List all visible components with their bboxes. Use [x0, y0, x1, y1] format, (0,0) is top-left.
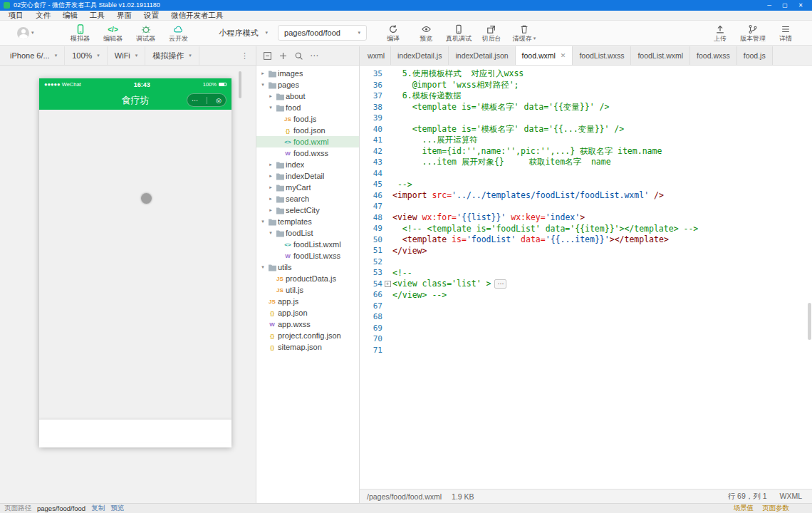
tree-item-index[interactable]: ▸index — [256, 159, 359, 170]
tab-foodList.wxml[interactable]: foodList.wxml — [631, 46, 690, 65]
minimize-button[interactable]: ─ — [761, 0, 777, 11]
clear-cache-button[interactable]: 清缓存▾ — [508, 21, 541, 45]
cloud-dev-button[interactable]: 云开发 — [162, 21, 195, 45]
account-button[interactable]: ▾ — [17, 27, 34, 39]
cloud-dev-icon — [173, 24, 184, 35]
collapse-all-button[interactable] — [263, 51, 272, 61]
search-button[interactable] — [294, 51, 303, 61]
fold-marker-icon[interactable]: + — [385, 281, 391, 287]
mode-select[interactable]: 小程序模式 ▾ — [214, 26, 274, 41]
file-name: app.js — [278, 297, 298, 306]
exit-icon[interactable]: ◎ — [216, 97, 222, 104]
more-button[interactable]: ⋯ — [310, 51, 319, 61]
tree-item-foodList.wxss[interactable]: WfoodList.wxss — [256, 250, 359, 261]
tree-item-app.js[interactable]: JSapp.js — [256, 296, 359, 307]
code-line: 50 <template is='foodList' data='{{...it… — [360, 234, 812, 246]
zoom-select[interactable]: 100%▾ — [65, 46, 108, 65]
titlebar: 02安心食疗 - 微信开发者工具 Stable v1.02.1911180 ─ … — [0, 0, 812, 11]
tree-item-food[interactable]: ▾food — [256, 102, 359, 113]
tree-item-templates[interactable]: ▾templates — [256, 216, 359, 227]
tree-item-sitemap.json[interactable]: {}sitemap.json — [256, 341, 359, 353]
debugger-button[interactable]: 调试器 — [130, 21, 162, 45]
close-button[interactable]: ✕ — [793, 0, 808, 11]
chevron-down-icon: ▾ — [267, 230, 274, 236]
upload-button[interactable]: 上传 — [704, 21, 736, 45]
tree-item-images[interactable]: ▸images — [256, 68, 359, 79]
menu-item-0[interactable]: 项目 — [9, 11, 24, 21]
tree-item-food.json[interactable]: {}food.json — [256, 125, 359, 136]
maximize-button[interactable]: ▢ — [777, 0, 793, 11]
tree-item-indexDetail[interactable]: ▸indexDetail — [256, 170, 359, 182]
device-select[interactable]: iPhone 6/...▾ — [3, 46, 65, 65]
operation-select[interactable]: 模拟操作▾ — [145, 46, 199, 65]
tree-item-foodList[interactable]: ▾foodList — [256, 227, 359, 239]
tab-foodList.wxss[interactable]: foodList.wxss — [573, 46, 631, 65]
app-scroll-area[interactable] — [39, 110, 231, 419]
editor-scrollbar[interactable] — [808, 303, 811, 340]
menu-item-3[interactable]: 工具 — [90, 11, 105, 21]
tree-item-util.js[interactable]: JSutil.js — [256, 284, 359, 296]
more-icon[interactable]: ⋯ — [192, 97, 198, 104]
tab-food.wxss[interactable]: food.wxss — [690, 46, 737, 65]
preview-button[interactable]: 预览 — [410, 21, 442, 45]
page-select[interactable]: pages/food/food ▾ — [278, 25, 367, 41]
chevron-down-icon: ▾ — [259, 264, 266, 270]
line-number: 40 — [360, 125, 382, 134]
tree-item-myCart[interactable]: ▸myCart — [256, 182, 359, 193]
tree-item-app.json[interactable]: {}app.json — [256, 307, 359, 318]
editor-button[interactable]: </>编辑器 — [97, 21, 130, 45]
menu-item-6[interactable]: 微信开发者工具 — [171, 11, 224, 21]
chevron-right-icon: ▸ — [267, 93, 274, 99]
tree-item-app.wxss[interactable]: Wapp.wxss — [256, 318, 359, 330]
code-line: 67 — [360, 301, 812, 312]
tree-item-food.js[interactable]: JSfood.js — [256, 113, 359, 125]
network-select[interactable]: WiFi▾ — [108, 46, 146, 65]
menu-item-1[interactable]: 文件 — [36, 11, 51, 21]
scene-value-button[interactable]: 场景值 — [734, 504, 754, 513]
close-tab-icon[interactable]: ✕ — [561, 52, 566, 59]
tree-item-pages[interactable]: ▾pages — [256, 79, 359, 90]
tree-item-utils[interactable]: ▾utils — [256, 261, 359, 273]
tab-indexDetail.js[interactable]: indexDetail.js — [391, 46, 449, 65]
chevron-down-icon: ▾ — [189, 53, 192, 58]
folded-region-badge[interactable]: ⋯ — [494, 279, 506, 289]
chevron-down-icon: ▾ — [259, 82, 266, 88]
simulator-menu-icon[interactable]: ⋮ — [236, 51, 253, 61]
tab-food.js[interactable]: food.js — [737, 46, 773, 65]
page-params-button[interactable]: 页面参数 — [762, 504, 789, 513]
simulator-scrollbar[interactable] — [239, 71, 241, 98]
compile-button[interactable]: 编译 — [377, 21, 410, 45]
tree-item-about[interactable]: ▸about — [256, 90, 359, 102]
file-name: foodList — [286, 229, 313, 237]
menu-item-2[interactable]: 编辑 — [63, 11, 78, 21]
details-button[interactable]: 详情 — [769, 21, 802, 45]
version-control-button[interactable]: 版本管理 — [736, 21, 769, 45]
js-file-icon: JS — [274, 287, 286, 294]
remote-debug-button[interactable]: 真机调试 — [442, 21, 475, 45]
tree-item-food.wxss[interactable]: Wfood.wxss — [256, 147, 359, 159]
tree-item-productData.js[interactable]: JSproductData.js — [256, 273, 359, 284]
copy-path-button[interactable]: 复制 — [91, 504, 105, 513]
new-file-button[interactable] — [279, 51, 288, 61]
line-number: 42 — [360, 147, 382, 156]
clock-label: 16:43 — [134, 81, 150, 88]
tab-wxml[interactable]: wxml — [360, 46, 391, 65]
switch-background-button[interactable]: 切后台 — [475, 21, 508, 45]
tree-item-search[interactable]: ▸search — [256, 193, 359, 204]
tab-food.wxml[interactable]: food.wxml✕ — [516, 46, 573, 65]
chevron-right-icon: ▸ — [267, 162, 274, 167]
tab-indexDetail.json[interactable]: indexDetail.json — [449, 46, 515, 65]
code-line: 46<import src='../../templates/foodList/… — [360, 190, 812, 202]
code-editor[interactable]: 35 5.使用模板样式 对应引入wxss36 @import 'wxss相对路径… — [360, 66, 812, 489]
tree-item-selectCity[interactable]: ▸selectCity — [256, 204, 359, 216]
menu-item-4[interactable]: 界面 — [117, 11, 132, 21]
code-text: <template is='模板名字' data='{{...变量}}' /> — [392, 124, 624, 135]
tree-item-foodList.wxml[interactable]: <>foodList.wxml — [256, 239, 359, 250]
menu-item-5[interactable]: 设置 — [144, 11, 159, 21]
preview-path-button[interactable]: 预览 — [110, 504, 124, 513]
tree-item-project.config.json[interactable]: {}project.config.json — [256, 330, 359, 341]
tree-item-food.wxml[interactable]: <>food.wxml — [256, 136, 359, 147]
editor-pane: 35 5.使用模板样式 对应引入wxss36 @import 'wxss相对路径… — [360, 66, 812, 503]
simulator-button[interactable]: 模拟器 — [64, 21, 97, 45]
capsule-menu[interactable]: ⋯◎ — [187, 93, 227, 107]
